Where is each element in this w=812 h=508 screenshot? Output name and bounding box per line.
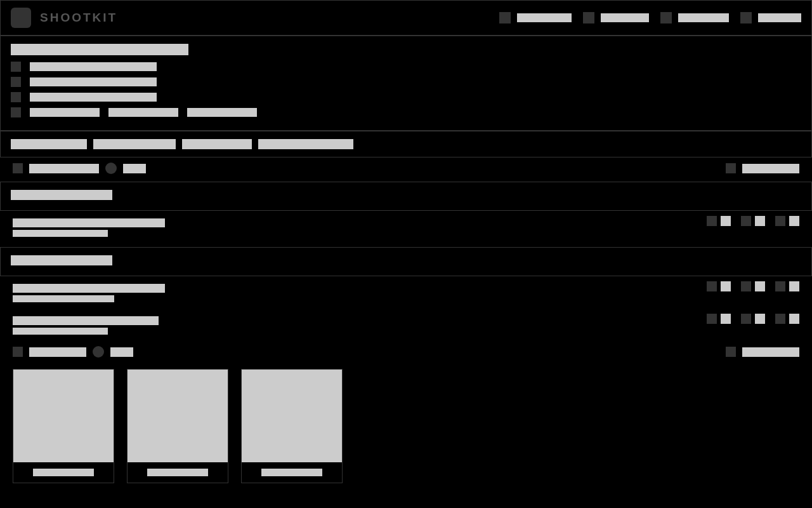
card[interactable] [241, 369, 343, 483]
bullet-icon [11, 77, 21, 87]
stat [741, 281, 765, 291]
item-stats [707, 216, 799, 226]
stat-value [755, 314, 765, 324]
breadcrumb-text[interactable] [29, 164, 99, 173]
section-heading-2 [0, 247, 812, 276]
section-title [11, 190, 112, 200]
item-title[interactable] [13, 284, 165, 293]
intro-text [187, 108, 257, 117]
nav-item-4[interactable] [740, 12, 801, 23]
breadcrumb-text[interactable] [123, 164, 146, 173]
nav-icon [660, 12, 672, 23]
intro-text [30, 93, 157, 102]
card[interactable] [13, 369, 114, 483]
stat-icon [775, 314, 785, 324]
nav-label [678, 13, 729, 22]
stat-icon [775, 216, 785, 226]
item-title[interactable] [13, 316, 159, 325]
section-heading-1 [0, 182, 812, 211]
intro-line [11, 62, 801, 72]
stat-value [789, 216, 799, 226]
intro-line [11, 77, 801, 87]
stat [775, 281, 799, 291]
card-image [242, 370, 342, 462]
logo[interactable]: SHOOTKIT [11, 8, 117, 28]
separator-icon [93, 346, 104, 358]
card-caption [128, 462, 228, 483]
stat-value [721, 281, 731, 291]
intro-section [0, 36, 812, 131]
intro-text [30, 77, 157, 86]
section-body-1 [0, 211, 812, 247]
intro-line [11, 92, 801, 102]
tag[interactable] [11, 139, 87, 149]
stat-icon [741, 281, 751, 291]
stat-icon [741, 216, 751, 226]
stat [707, 216, 731, 226]
item-stats [707, 281, 799, 291]
stat-icon [741, 314, 751, 324]
nav-item-2[interactable] [583, 12, 649, 23]
stat [775, 216, 799, 226]
intro-title [11, 44, 188, 55]
stat [707, 281, 731, 291]
nav-label [517, 13, 572, 22]
card-image [128, 370, 228, 462]
tag[interactable] [258, 139, 353, 149]
stat-value [755, 216, 765, 226]
logo-icon [11, 8, 31, 28]
breadcrumb-text[interactable] [110, 347, 133, 357]
card-label [33, 469, 94, 476]
action-label[interactable] [742, 164, 799, 173]
stat-value [789, 314, 799, 324]
breadcrumb-icon [13, 163, 23, 173]
card-caption [242, 462, 342, 483]
brand-name: SHOOTKIT [40, 11, 117, 25]
main-nav [499, 12, 801, 23]
breadcrumb-icon [13, 347, 23, 357]
tag[interactable] [182, 139, 252, 149]
card-caption [13, 462, 114, 483]
stat [741, 216, 765, 226]
nav-icon [499, 12, 511, 23]
stat-icon [707, 281, 717, 291]
intro-text [30, 108, 100, 117]
card-grid [0, 365, 812, 496]
bullet-icon [11, 62, 21, 72]
item-title[interactable] [13, 218, 165, 227]
item-subtitle [13, 230, 108, 237]
action-label[interactable] [742, 347, 799, 357]
stat-value [721, 314, 731, 324]
card-label [261, 469, 322, 476]
stat-icon [707, 216, 717, 226]
action-icon[interactable] [726, 163, 736, 173]
tag-row [0, 131, 812, 157]
bullet-icon [11, 107, 21, 117]
intro-text [30, 62, 157, 71]
stat-value [789, 281, 799, 291]
card-label [147, 469, 208, 476]
card[interactable] [127, 369, 228, 483]
item-subtitle [13, 328, 108, 335]
site-header: SHOOTKIT [0, 0, 812, 36]
action-icon[interactable] [726, 347, 736, 357]
card-image [13, 370, 114, 462]
nav-item-1[interactable] [499, 12, 572, 23]
stat-value [755, 281, 765, 291]
nav-icon [740, 12, 752, 23]
tag[interactable] [93, 139, 176, 149]
nav-item-3[interactable] [660, 12, 729, 23]
bullet-icon [11, 92, 21, 102]
intro-text [108, 108, 178, 117]
stat-value [721, 216, 731, 226]
stat [741, 314, 765, 324]
nav-label [601, 13, 649, 22]
nav-icon [583, 12, 594, 23]
item-subtitle [13, 295, 114, 302]
section-title [11, 255, 112, 265]
breadcrumb-text[interactable] [29, 347, 86, 357]
intro-line-multi [11, 107, 801, 117]
item-stats [707, 314, 799, 324]
stat [775, 314, 799, 324]
stat-icon [775, 281, 785, 291]
